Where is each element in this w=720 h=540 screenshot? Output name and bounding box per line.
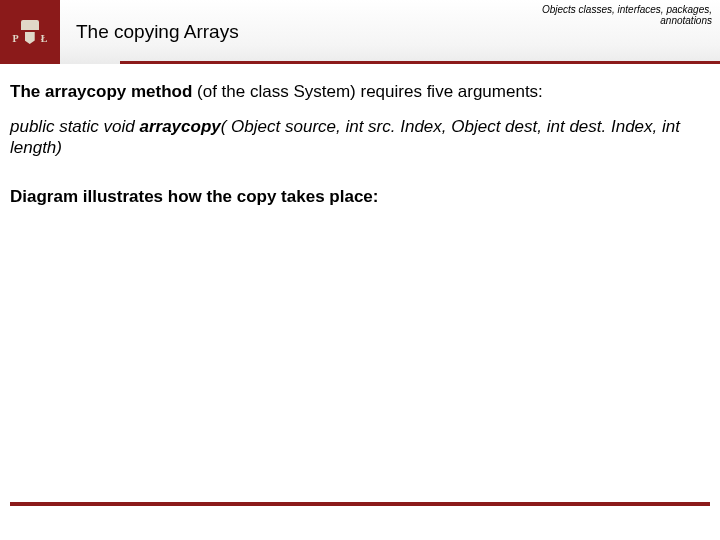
header-underline	[120, 61, 720, 64]
logo-letter-right: Ł	[41, 33, 48, 44]
logo-letters: P Ł	[13, 32, 48, 44]
logo-shield-icon	[25, 32, 35, 44]
diagram-caption: Diagram illustrates how the copy takes p…	[10, 187, 710, 207]
footer-divider	[10, 502, 710, 506]
title-area: The copying Arrays Objects classes, inte…	[60, 0, 720, 64]
intro-paragraph: The arraycopy method (of the class Syste…	[10, 82, 710, 102]
method-signature: public static void arraycopy( Object sou…	[10, 116, 710, 159]
logo-letter-left: P	[13, 33, 19, 44]
slide-content: The arraycopy method (of the class Syste…	[0, 64, 720, 217]
slide-subtitle: Objects classes, interfaces, packages, a…	[542, 4, 712, 26]
slide-header: P Ł The copying Arrays Objects classes, …	[0, 0, 720, 64]
intro-rest: (of the class System) requires five argu…	[192, 82, 543, 101]
sig-method: arraycopy	[139, 117, 220, 136]
subtitle-line-1: Objects classes, interfaces, packages,	[542, 4, 712, 15]
slide-title: The copying Arrays	[76, 21, 239, 43]
sig-prefix: public static void	[10, 117, 139, 136]
subtitle-line-2: annotations	[542, 15, 712, 26]
university-logo: P Ł	[0, 0, 60, 64]
intro-bold: The arraycopy method	[10, 82, 192, 101]
logo-crest-top	[21, 20, 39, 30]
